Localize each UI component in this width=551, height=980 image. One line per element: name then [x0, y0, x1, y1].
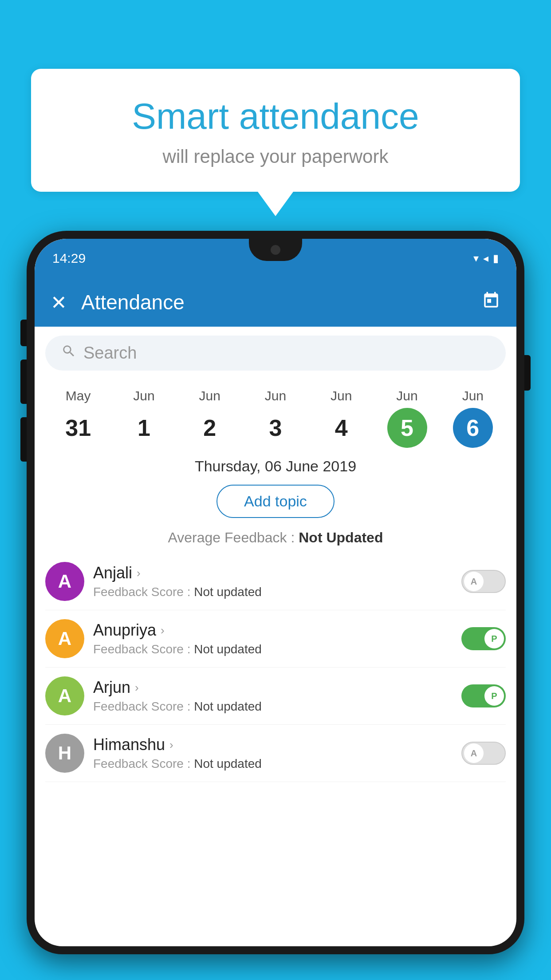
cal-month-label: Jun: [462, 388, 484, 403]
cal-month-label: Jun: [396, 388, 417, 403]
student-info: Arjun ›Feedback Score : Not updated: [93, 678, 453, 714]
avatar: A: [45, 619, 84, 658]
status-bar: 14:29 ▾ ◂ ▮: [35, 239, 516, 278]
student-name-text: Himanshu: [93, 735, 165, 754]
feedback-value: Not updated: [194, 757, 262, 771]
student-info: Anjali ›Feedback Score : Not updated: [93, 564, 453, 599]
status-time: 14:29: [52, 251, 86, 266]
student-name: Himanshu ›: [93, 735, 453, 754]
speech-bubble: Smart attendance will replace your paper…: [31, 69, 520, 192]
toggle-knob: A: [464, 572, 484, 591]
student-feedback: Feedback Score : Not updated: [93, 585, 453, 599]
attendance-toggle[interactable]: P: [461, 684, 506, 707]
cal-month-label: Jun: [199, 388, 220, 403]
cal-date-number[interactable]: 5: [387, 408, 427, 448]
signal-icon: ◂: [483, 252, 488, 265]
cal-month-label: Jun: [133, 388, 154, 403]
speech-bubble-title: Smart attendance: [67, 95, 484, 137]
student-feedback: Feedback Score : Not updated: [93, 642, 453, 656]
cal-month-label: May: [66, 388, 91, 403]
phone-side-button-left-2: [20, 360, 27, 404]
calendar-icon[interactable]: [482, 291, 500, 314]
toggle-knob: A: [464, 743, 484, 763]
student-info: Himanshu ›Feedback Score : Not updated: [93, 735, 453, 771]
student-item[interactable]: AAnjali ›Feedback Score : Not updatedA: [45, 553, 506, 610]
cal-date-number[interactable]: 31: [58, 408, 98, 448]
toggle-switch[interactable]: P: [461, 627, 506, 650]
student-item[interactable]: AArjun ›Feedback Score : Not updatedP: [45, 668, 506, 725]
student-name-text: Arjun: [93, 678, 130, 697]
chevron-right-icon: ›: [137, 566, 141, 580]
attendance-toggle[interactable]: A: [461, 570, 506, 593]
speech-bubble-container: Smart attendance will replace your paper…: [31, 69, 520, 216]
calendar-day[interactable]: Jun1: [124, 388, 164, 448]
cal-date-number[interactable]: 2: [190, 408, 230, 448]
phone-side-button-left-3: [20, 417, 27, 462]
cal-date-number[interactable]: 3: [256, 408, 295, 448]
student-name-text: Anjali: [93, 564, 132, 582]
student-name: Arjun ›: [93, 678, 453, 697]
calendar-day[interactable]: May31: [58, 388, 98, 448]
avg-feedback-value: Not Updated: [299, 530, 383, 545]
search-input[interactable]: Search: [83, 344, 490, 363]
speech-bubble-subtitle: will replace your paperwork: [67, 146, 484, 167]
status-icons: ▾ ◂ ▮: [473, 252, 499, 265]
phone-side-button-right: [524, 355, 531, 391]
student-feedback: Feedback Score : Not updated: [93, 699, 453, 714]
student-feedback: Feedback Score : Not updated: [93, 757, 453, 771]
calendar-day[interactable]: Jun2: [190, 388, 230, 448]
student-name: Anjali ›: [93, 564, 453, 582]
camera-dot: [271, 245, 280, 255]
feedback-value: Not updated: [194, 699, 262, 713]
attendance-toggle[interactable]: A: [461, 742, 506, 765]
student-list: AAnjali ›Feedback Score : Not updatedAAA…: [35, 553, 516, 782]
avatar: A: [45, 676, 84, 715]
app-bar: ✕ Attendance: [35, 278, 516, 327]
student-name-text: Anupriya: [93, 621, 156, 640]
calendar-day[interactable]: Jun5: [387, 388, 427, 448]
attendance-toggle[interactable]: P: [461, 627, 506, 650]
close-button[interactable]: ✕: [51, 291, 67, 314]
cal-date-number[interactable]: 6: [453, 408, 493, 448]
avatar: A: [45, 562, 84, 601]
chevron-right-icon: ›: [169, 738, 173, 752]
add-topic-button[interactable]: Add topic: [216, 485, 335, 518]
cal-month-label: Jun: [265, 388, 286, 403]
avg-feedback-prefix: Average Feedback :: [168, 530, 299, 545]
speech-bubble-tail: [258, 192, 293, 216]
student-name: Anupriya ›: [93, 621, 453, 640]
chevron-right-icon: ›: [161, 624, 165, 637]
student-info: Anupriya ›Feedback Score : Not updated: [93, 621, 453, 656]
toggle-knob: P: [484, 686, 504, 706]
toggle-knob: P: [484, 629, 504, 648]
phone-container: 14:29 ▾ ◂ ▮ ✕ Attendance: [27, 231, 524, 980]
toggle-switch[interactable]: P: [461, 684, 506, 707]
calendar-day[interactable]: Jun4: [321, 388, 361, 448]
student-item[interactable]: AAnupriya ›Feedback Score : Not updatedP: [45, 610, 506, 668]
phone-screen: 14:29 ▾ ◂ ▮ ✕ Attendance: [35, 239, 516, 946]
cal-date-number[interactable]: 4: [321, 408, 361, 448]
phone-side-button-left-1: [20, 320, 27, 346]
app-bar-title: Attendance: [81, 290, 482, 314]
wifi-icon: ▾: [473, 252, 479, 265]
search-icon: [61, 344, 76, 363]
selected-date-label: Thursday, 06 June 2019: [35, 452, 516, 480]
cal-month-label: Jun: [331, 388, 352, 403]
avatar: H: [45, 734, 84, 773]
phone-outer: 14:29 ▾ ◂ ▮ ✕ Attendance: [27, 231, 524, 954]
calendar-day[interactable]: Jun6: [453, 388, 493, 448]
search-bar[interactable]: Search: [45, 336, 506, 371]
student-item[interactable]: HHimanshu ›Feedback Score : Not updatedA: [45, 725, 506, 782]
add-topic-container: Add topic: [35, 480, 516, 526]
avg-feedback: Average Feedback : Not Updated: [35, 526, 516, 553]
feedback-value: Not updated: [194, 585, 262, 599]
chevron-right-icon: ›: [135, 681, 139, 695]
toggle-switch[interactable]: A: [461, 570, 506, 593]
calendar-day[interactable]: Jun3: [256, 388, 295, 448]
feedback-value: Not updated: [194, 642, 262, 656]
battery-icon: ▮: [493, 252, 499, 265]
cal-date-number[interactable]: 1: [124, 408, 164, 448]
toggle-switch[interactable]: A: [461, 742, 506, 765]
calendar-strip: May31Jun1Jun2Jun3Jun4Jun5Jun6: [35, 379, 516, 452]
